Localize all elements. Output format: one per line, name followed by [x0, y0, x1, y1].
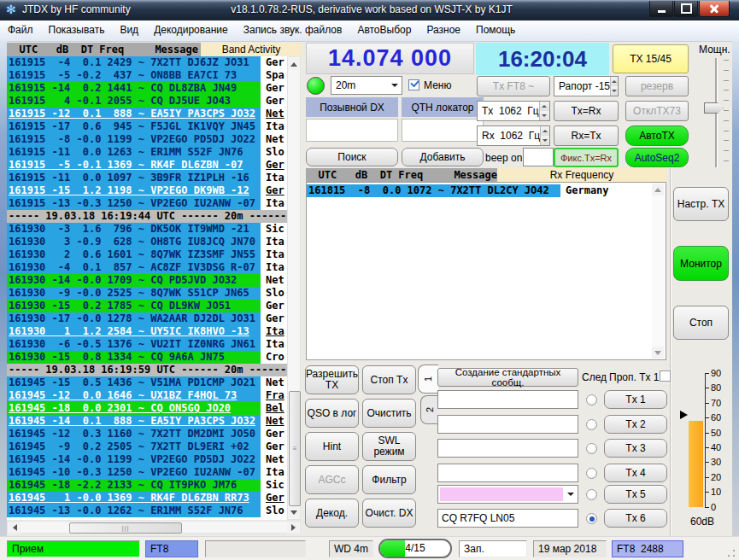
tx-message-field-3[interactable] [437, 439, 578, 458]
menu-item-Помощь[interactable]: Помощь [468, 20, 523, 40]
clear-dx-button[interactable]: Очист. DX [362, 499, 416, 528]
decode-row[interactable]: 161945 -14 -0.0 1199 ~ VP2EGO PD5DJ JO22… [7, 453, 287, 466]
tx-button-1[interactable]: Tx 1 [604, 390, 667, 409]
dx-grid-input[interactable] [402, 119, 484, 142]
scroll-thumb[interactable]: ≡ [289, 391, 301, 506]
scroll-left-icon[interactable] [9, 522, 21, 534]
decode-row[interactable]: 161945 -10 -0.3 1250 ~ VP2EGO IU2ANW -07… [7, 466, 287, 479]
erase-button[interactable]: Очистить [362, 399, 416, 428]
decode-button[interactable]: Декод. [305, 499, 359, 528]
reserve-button[interactable]: резерв [625, 76, 689, 96]
rx-freq-spinbox[interactable]: Rx 1062 Гц [477, 125, 550, 146]
spin-arrows-icon[interactable] [539, 102, 549, 120]
decode-row[interactable]: 161930 -4 0.1 857 ~ AC8ZF IV3DSG R-07Ita [7, 261, 287, 274]
maximize-button[interactable] [674, 1, 698, 17]
menu-item-Декодирование[interactable]: Декодирование [146, 20, 236, 40]
tx-select-radio-5[interactable] [586, 489, 597, 500]
scroll-thumb[interactable]: ||| [69, 522, 182, 534]
tx-mode-button[interactable]: Tx FT8 ~ [477, 76, 550, 96]
close-button[interactable] [699, 1, 730, 17]
scroll-down-icon[interactable] [288, 506, 300, 518]
tx-message-field-6[interactable]: CQ R7FQ LN05 [437, 509, 578, 528]
decode-row[interactable]: 161930 -9 -0.0 2525 ~ 8Q7WK S51CP JN65Sl… [7, 287, 287, 300]
decode-row[interactable]: 161930 1 1.2 2584 ~ UY5IC IK8HVO -13Ita [7, 325, 287, 338]
decode-row[interactable]: 161915 -17 0.6 945 ~ F5JGL IK1VQY JN45It… [7, 120, 287, 133]
generate-std-msgs-button[interactable]: Создание стандартных сообщ. [437, 368, 578, 387]
menu-item-Вид[interactable]: Вид [112, 20, 146, 40]
decode-row[interactable]: 161945 -14 0.1 888 ~ EA5IY PA3CPS JO32Ne… [7, 415, 287, 428]
tx-select-radio-2[interactable] [586, 419, 597, 430]
decode-row[interactable]: 161945 -12 0.0 1646 ~ UX1BZ F4HQL 73Fra [7, 389, 287, 402]
stop-button[interactable]: Стоп [673, 306, 729, 340]
decode-row[interactable]: 161915 -11 0.0 1097 ~ 3B9FR IZ1PLH -16It… [7, 172, 287, 184]
band-activity-vscrollbar[interactable]: ≡ [287, 56, 301, 520]
report-spinbox[interactable]: Рапорт -15 [554, 76, 619, 96]
decode-row[interactable]: 161815 -8 0.0 1072 ~ 7X2TT DL2CY JO42Ger… [307, 184, 666, 197]
enable-tx-button[interactable]: Разрешить TX [305, 365, 359, 394]
skip-tx1-checkbox[interactable] [660, 370, 671, 382]
spin-arrows-icon[interactable] [610, 77, 618, 96]
tx-button-6[interactable]: Tx 6 [604, 509, 667, 528]
log-qso-button[interactable]: QSO в лог [305, 399, 359, 428]
decode-row[interactable]: 161930 -15 0.2 1785 ~ CQ DL9KW JO51Ger [7, 300, 287, 312]
band-select[interactable]: 20m [331, 76, 402, 95]
tx-split-button[interactable]: TX 15/45 [613, 44, 689, 73]
tx-eq-rx-button[interactable]: Tx=Rx [554, 101, 619, 121]
decode-row[interactable]: 161930 2 0.6 1601 ~ 8Q7WK IZ3SMF JN55Ita [7, 248, 287, 261]
tx-select-radio-1[interactable] [586, 394, 597, 405]
resize-grip[interactable] [727, 549, 736, 557]
decode-row[interactable]: 161915 -5 -0.1 1369 ~ RK4F DL6ZBN -07Ger [7, 159, 287, 172]
tx-button-3[interactable]: Tx 3 [604, 439, 667, 458]
menu-item-Файл[interactable]: Файл [0, 20, 41, 40]
tab-messages-2[interactable]: 2 [420, 395, 438, 424]
swl-mode-button[interactable]: SWL режим [362, 432, 416, 461]
scroll-up-icon[interactable] [288, 58, 300, 70]
lookup-button[interactable]: Поиск [306, 148, 398, 166]
tx-button-2[interactable]: Tx 2 [604, 415, 667, 434]
add-button[interactable]: Добавить [402, 148, 484, 166]
tx-message-field-1[interactable] [437, 390, 578, 409]
decode-row[interactable]: 161915 -12 0.1 888 ~ EA5IY PA3CPS JO32Ne… [7, 108, 287, 120]
decode-row[interactable]: 161945 -9 0.2 2505 ~ 7X2TT DL9ERI +02Ger [7, 440, 287, 453]
beep-input[interactable] [523, 148, 554, 166]
autoseq-button[interactable]: AutoSeq2 [625, 148, 689, 167]
decode-row[interactable]: 161945 -13 -0.0 1262 ~ ER1MM S52F JN76Sl… [7, 505, 287, 517]
tab-messages-1[interactable]: 1 [418, 365, 438, 394]
off-tx73-button[interactable]: ОтклTX73 [625, 101, 689, 121]
minimize-button[interactable] [649, 1, 673, 17]
monitor-button[interactable]: Монитор [673, 246, 729, 281]
tx-message-combo-5[interactable] [437, 485, 578, 504]
agcc-button[interactable]: AGCc [305, 465, 359, 494]
tx-message-field-4[interactable] [437, 464, 578, 482]
tx-select-radio-6[interactable] [586, 513, 597, 524]
rx-eq-tx-button[interactable]: Rx=Tx [554, 125, 619, 146]
decode-row[interactable]: 161915 -4 0.1 2429 ~ 7X2TT DJ6JZ JO31Ger [7, 56, 287, 69]
decode-row[interactable]: 161930 -6 -0.5 1376 ~ VU2IT IZ0NRG JN61I… [7, 338, 287, 351]
decode-row[interactable]: 161915 -15 1.2 1198 ~ VP2EGO DK9WB -12Ge… [7, 184, 287, 197]
dx-call-input[interactable] [306, 119, 398, 142]
tx-message-field-2[interactable] [437, 415, 578, 434]
decode-row[interactable]: 161915 4 -0.1 2055 ~ CQ DJ5UE JO43Ger [7, 95, 287, 108]
decode-row[interactable]: 161930 -14 -0.0 1709 ~ CQ PD5JVD JO32Net [7, 274, 287, 287]
rx-frequency-vscrollbar[interactable] [652, 184, 665, 359]
menu-item-Показывать[interactable]: Показывать [41, 20, 113, 40]
decode-row[interactable]: 161930 3 -0.9 628 ~ OH8TG IU8JCQ JN70Ita [7, 236, 287, 248]
tune-button[interactable]: Настр. TX [673, 187, 729, 221]
auto-tx-button[interactable]: АвтоTX [625, 125, 689, 146]
menu-item-Запись звук. файлов[interactable]: Запись звук. файлов [236, 20, 350, 40]
decode-row[interactable]: 161945 -15 0.5 1436 ~ V51MA PD1CMP JO21N… [7, 376, 287, 389]
menu-item-АвтоВыбор[interactable]: АвтоВыбор [349, 20, 419, 40]
power-slider-handle[interactable] [704, 102, 724, 114]
filter-button[interactable]: Фильтр [362, 465, 416, 494]
tx-button-4[interactable]: Tx 4 [604, 464, 667, 482]
decode-row[interactable]: 161945 -18 -2.2 2133 ~ CQ IT9PKO JM76Sic [7, 479, 287, 492]
decode-row[interactable]: 161930 -3 1.6 796 ~ DK5OK IT9WMD -21Sic [7, 223, 287, 236]
scroll-down-icon[interactable] [652, 347, 664, 359]
decode-row[interactable]: 161915 -14 0.2 1441 ~ CQ DL8ZBA JN49Ger [7, 82, 287, 95]
hint-button[interactable]: Hint [305, 432, 359, 461]
decode-row[interactable]: 161945 -12 0.3 1160 ~ 7X2TT DM2DMI JO50G… [7, 428, 287, 440]
scroll-right-icon[interactable] [287, 522, 299, 534]
tx-freq-spinbox[interactable]: Tx 1062 Гц [477, 101, 550, 121]
tx-select-radio-3[interactable] [586, 443, 597, 454]
decode-row[interactable]: 161915 -8 -0.0 1199 ~ VP2EGO PD5DJ JO22N… [7, 133, 287, 146]
